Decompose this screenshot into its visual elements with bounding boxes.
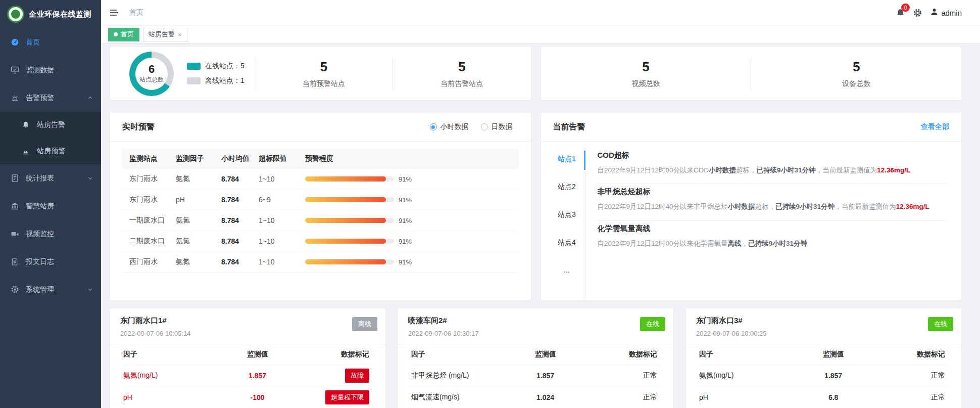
cell-factor: 氨氮 [176, 257, 221, 266]
column-header: 因子 [699, 350, 796, 359]
sidebar-item-label: 智慧站房 [26, 202, 54, 211]
log-icon [10, 257, 19, 266]
sidebar-item-stats-report[interactable]: 统计报表 [0, 164, 101, 192]
user-menu[interactable]: admin [930, 8, 962, 18]
sidebar-item-system-manage[interactable]: 系统管理 [0, 276, 101, 303]
cell-value: 1.857 [796, 372, 871, 380]
settings-gear-icon[interactable] [913, 8, 922, 18]
warning-percent: 91% [399, 217, 412, 224]
chevron-down-icon [87, 175, 93, 181]
column-header: 超标限值 [259, 154, 305, 163]
sidebar-item-smart-station[interactable]: 智慧站房 [0, 192, 101, 220]
alarm-title: 化学需氧量离线 [598, 224, 948, 234]
stat-block: 5视频总数 [541, 59, 751, 88]
close-icon[interactable]: × [178, 31, 182, 38]
sidebar-item-station-alarm[interactable]: 站房告警 [0, 112, 101, 138]
logo-icon [7, 6, 24, 23]
cell-warning-level: 91% [305, 217, 512, 224]
warning-progress-fill [305, 176, 386, 182]
alarm-value-red: 12.36mg/L [877, 166, 910, 174]
stat-label: 当前预警站点 [255, 79, 393, 88]
sidebar-item-home[interactable]: 首页 [0, 28, 101, 56]
warning-percent: 91% [399, 258, 412, 266]
notification-badge: 0 [901, 4, 910, 12]
station-card: 东门雨水口1#2022-09-07-06 10:05:14离线因子监测值数据标记… [110, 308, 385, 408]
alarm-station-tab[interactable]: ... [549, 261, 585, 289]
alarm-panel-header: 当前告警 查看全部 [541, 113, 962, 142]
warning-percent: 91% [399, 238, 412, 245]
cell-value: 1.857 [508, 372, 583, 380]
alarm-station-tab[interactable]: 站点1 [549, 150, 585, 177]
cell-value: -100 [220, 393, 295, 401]
alarm-description: 自2022年9月12日12时00分以来化学需氧量离线，已持续9小时31分钟 [598, 237, 948, 250]
realtime-warning-panel: 实时预警 小时数据日数据 监测站点监测因子小时均值超标限值预警程度 东门雨水氨氮… [110, 113, 531, 300]
alarm-station-tab[interactable]: 站点4 [549, 233, 585, 261]
sidebar-item-label: 监测数据 [26, 66, 54, 75]
sidebar-item-label: 站房告警 [37, 120, 65, 129]
alarm-title: COD超标 [598, 151, 948, 160]
alarm-description: 自2022年9月12日12时40分以来非甲烷总烃小时数据超标，已持续9小时31分… [598, 200, 948, 213]
legend-offline: 离线站点：1 [187, 76, 244, 85]
stat-value: 5 [541, 59, 751, 75]
sidebar-item-label: 首页 [26, 38, 40, 47]
cell-mark: 超量程下限 [295, 390, 372, 404]
radio-circle-icon [430, 123, 437, 130]
alarm-description: 自2022年9月12日12时00分以来COD小时数据超标，已持续9小时31分钟，… [598, 164, 948, 177]
column-header: 因子 [411, 350, 508, 359]
notification-bell-icon[interactable]: 0 [896, 8, 905, 18]
cell-factor: 氨氮 [176, 174, 221, 184]
app-logo: 企业环保在线监测 [0, 0, 101, 28]
realtime-panel-header: 实时预警 小时数据日数据 [110, 113, 531, 142]
warning-progress-bar [305, 259, 394, 264]
alarm-station-tab[interactable]: 站点3 [549, 205, 585, 233]
column-header: 监测值 [508, 350, 583, 359]
view-all-link[interactable]: 查看全部 [921, 122, 949, 131]
alarm-text: 自2022年9月12日12时40分以来非甲烷总烃 [598, 203, 728, 210]
submenu-alarm-warning: 站房告警站房预警 [0, 112, 101, 164]
station-table-header: 因子监测值数据标记 [411, 344, 660, 365]
cell-mark: 正常 [870, 393, 948, 402]
legend-offline-label: 离线站点：1 [205, 76, 244, 85]
tab-首页[interactable]: 首页 [108, 28, 139, 41]
alarm-panel-title: 当前告警 [553, 122, 585, 132]
content: 6 站点总数 在线站点：5 离线站点：1 [101, 43, 980, 408]
radio-小时数据[interactable]: 小时数据 [430, 122, 469, 131]
cell-warning-level: 91% [305, 175, 512, 183]
sidebar-item-message-log[interactable]: 报文日志 [0, 248, 101, 276]
report-icon [10, 174, 19, 183]
cell-station: 东门雨水 [129, 174, 176, 184]
cell-factor: 氨氮(mg/L) [123, 371, 220, 380]
sidebar-item-label: 视频监控 [26, 230, 54, 239]
stats-row: 6 站点总数 在线站点：5 离线站点：1 [110, 47, 961, 100]
sidebar-item-alarm-warning[interactable]: 告警预警 [0, 84, 101, 112]
station-card: 东门雨水口3#2022-09-07-06 10:00:25在线因子监测值数据标记… [686, 308, 961, 408]
column-header: 数据标记 [870, 350, 948, 359]
radio-日数据[interactable]: 日数据 [481, 122, 513, 131]
alarm-list: COD超标自2022年9月12日12时00分以来COD小时数据超标，已持续9小时… [598, 148, 950, 300]
warning-progress-bar [305, 176, 394, 182]
cell-value: 1.857 [220, 372, 295, 380]
alarm-lamp-icon [21, 147, 30, 156]
cell-limit: 1~10 [259, 175, 305, 183]
monitor-icon [10, 66, 19, 75]
tab-站房告警[interactable]: 站房告警× [143, 28, 187, 41]
hamburger-icon[interactable] [109, 8, 119, 18]
sidebar-item-monitor-data[interactable]: 监测数据 [0, 56, 101, 84]
column-header: 监测站点 [129, 154, 176, 163]
cell-factor: 氨氮(mg/L) [699, 371, 796, 380]
warning-percent: 91% [399, 196, 412, 204]
station-card: 喷漆车间2#2022-09-07-06 10:30:17在线因子监测值数据标记非… [398, 308, 673, 408]
warning-progress-fill [305, 218, 386, 223]
cell-value: 8.784 [221, 175, 259, 183]
alarm-station-tab[interactable]: 站点2 [549, 177, 585, 205]
sidebar-item-station-warning[interactable]: 站房预警 [0, 138, 101, 164]
column-header: 监测因子 [176, 154, 221, 163]
column-header: 小时均值 [221, 154, 259, 163]
cell-mark: 正常 [582, 371, 660, 380]
sidebar-item-video-monitor[interactable]: 视频监控 [0, 220, 101, 248]
station-table-header: 因子监测值数据标记 [123, 344, 372, 365]
breadcrumb[interactable]: 首页 [129, 8, 143, 17]
legend-online: 在线站点：5 [187, 62, 244, 71]
data-mode-radio-group: 小时数据日数据 [430, 122, 513, 131]
building-icon [10, 202, 19, 211]
